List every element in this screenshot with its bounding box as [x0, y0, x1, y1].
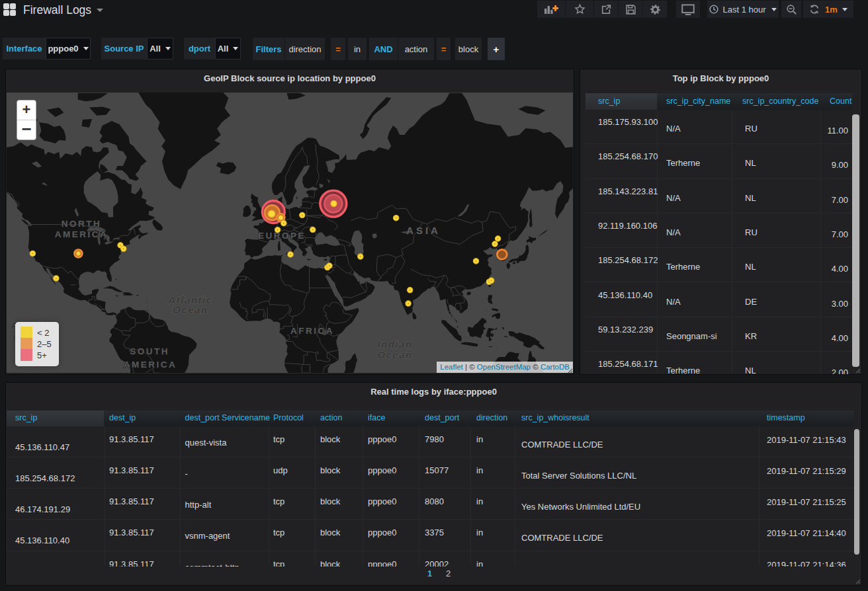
svg-text:Ocean: Ocean: [377, 349, 412, 360]
svg-text:EUROPE: EUROPE: [258, 231, 306, 241]
svg-text:AFRICA: AFRICA: [290, 326, 334, 336]
svg-text:NORTH: NORTH: [62, 219, 102, 229]
svg-text:Indian: Indian: [377, 338, 412, 350]
svg-text:AMERICA: AMERICA: [124, 360, 177, 370]
svg-text:SOUTH: SOUTH: [130, 346, 169, 356]
svg-text:AMERICA: AMERICA: [55, 229, 108, 239]
svg-text:ASIA: ASIA: [406, 225, 441, 236]
svg-text:Ocean: Ocean: [173, 304, 208, 315]
